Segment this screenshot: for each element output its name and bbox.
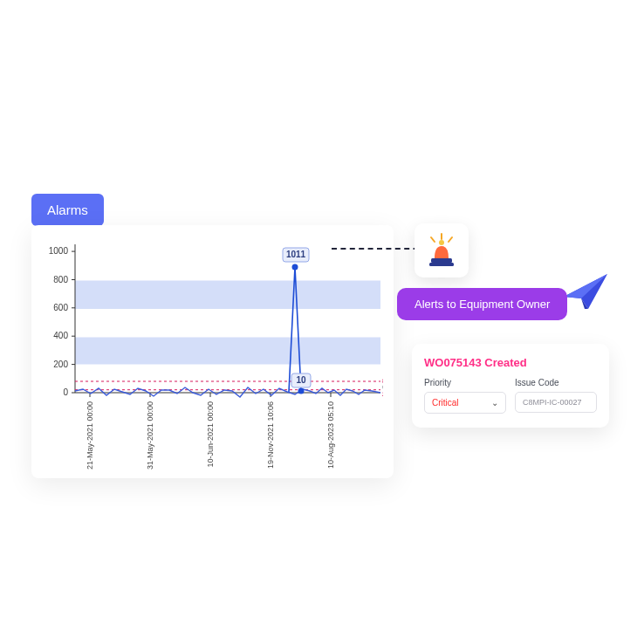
work-order-card: WO075143 Created Priority Critical ⌄ Iss… [412,344,609,428]
alarm-icon-card [414,223,469,277]
y-tick-400: 400 [53,331,68,340]
spike-peak-point [292,264,298,271]
svg-rect-15 [431,258,452,263]
chart-band-lower [75,338,380,365]
y-tick-0: 0 [63,387,68,397]
y-tick-200: 200 [53,360,68,369]
alert-banner: Alerts to Equipment Owner [397,288,567,320]
svg-line-12 [431,237,435,242]
x-tick-3: 19-Nov-2021 10:06 [266,401,275,469]
alarms-tab[interactable]: Alarms [31,194,104,226]
data-label-base: 10 [296,375,306,385]
y-tick-600: 600 [53,303,68,312]
chart-band-upper [75,281,380,310]
paper-plane-icon [562,271,611,312]
ref-label-20: 20 [382,390,383,398]
issue-code-input[interactable]: C8MPI-IC-00027 [515,392,597,413]
alarms-chart-card: 0 200 400 600 800 1000 21-May-2021 00:00… [31,225,394,478]
alarm-beacon-icon [423,232,460,269]
chevron-down-icon: ⌄ [491,398,498,408]
work-order-title: WO075143 Created [424,356,597,369]
x-tick-4: 10-Aug-2023 05:10 [326,401,335,469]
priority-value: Critical [432,398,459,408]
data-label-peak: 1011 [286,250,306,259]
issue-code-label: Issue Code [515,378,597,387]
chart-area: 0 200 400 600 800 1000 21-May-2021 00:00… [42,239,383,469]
line-chart: 0 200 400 600 800 1000 21-May-2021 00:00… [42,239,383,469]
svg-rect-16 [429,263,454,266]
svg-line-13 [449,237,452,242]
connector-line [332,248,428,250]
spike-base-point [298,388,305,394]
priority-label: Priority [424,378,506,387]
priority-select[interactable]: Critical ⌄ [424,392,506,414]
y-tick-1000: 1000 [49,246,69,256]
x-tick-1: 31-May-2021 00:00 [146,401,154,469]
y-tick-800: 800 [53,275,68,284]
x-tick-0: 21-May-2021 00:00 [86,401,94,469]
svg-point-14 [439,240,444,245]
x-tick-2: 10-Jun-2021 00:00 [206,401,215,468]
